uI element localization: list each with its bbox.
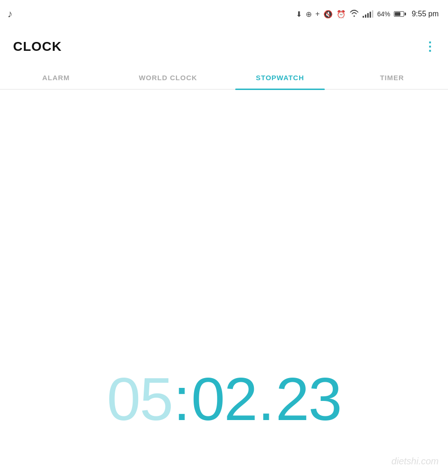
status-bar-left: ♪ [7,8,13,20]
battery-percent: 64% [377,10,390,18]
add-circle-icon: ⊕ [306,10,312,19]
tab-stopwatch[interactable]: STOPWATCH [224,65,336,89]
stopwatch-screen: 05 : 02 . 23 [0,90,448,471]
stopwatch-dot: . [258,369,274,429]
status-bar-right: ⬇ ⊕ + 🔇 ⏰ 64% 9:55 pm [296,9,439,19]
status-bar: ♪ ⬇ ⊕ + 🔇 ⏰ 64% [0,0,448,28]
status-time: 9:55 pm [412,10,439,18]
more-menu-button[interactable]: ⋮ [424,41,437,53]
app-title: CLOCK [13,39,62,54]
alarm-active-icon: ⏰ [336,10,346,19]
app-header: CLOCK ⋮ [0,28,448,65]
battery-icon [394,11,406,17]
wifi-icon [350,9,359,19]
tab-world-clock[interactable]: WORLD CLOCK [112,65,224,89]
tab-timer[interactable]: TIMER [336,65,448,89]
music-icon: ♪ [7,8,13,20]
stopwatch-centiseconds: 23 [275,369,341,429]
tab-alarm[interactable]: ALARM [0,65,112,89]
download-icon: ⬇ [296,10,302,19]
bluetooth-icon: + [315,10,320,18]
stopwatch-colon: : [174,369,190,429]
signal-strength-icon [363,10,373,18]
mute-icon: 🔇 [323,10,333,19]
tabs-container: ALARM WORLD CLOCK STOPWATCH TIMER [0,65,448,90]
stopwatch-minutes: 05 [107,369,173,429]
stopwatch-display: 05 : 02 . 23 [107,369,341,429]
stopwatch-seconds: 02 [191,369,257,429]
